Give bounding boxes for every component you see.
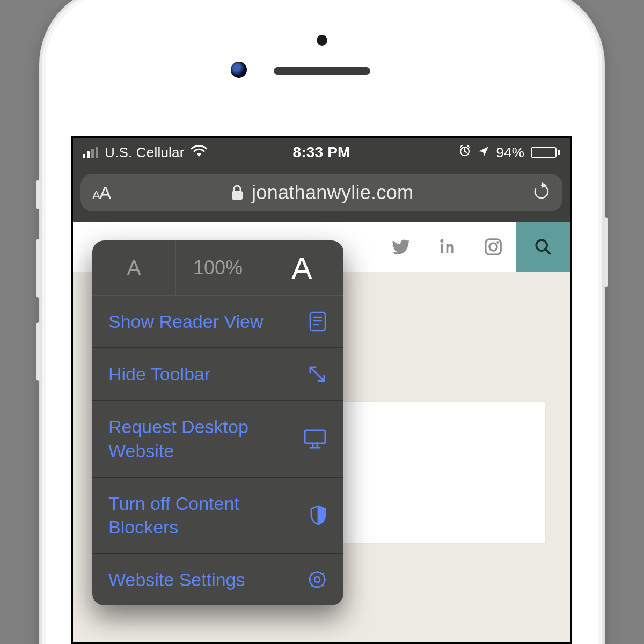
svg-point-3 (489, 243, 497, 251)
zoom-out-button[interactable]: A (92, 240, 176, 295)
website-settings-label: Website Settings (108, 568, 307, 591)
url-bar-container: AA jonathanwylie.com (73, 166, 570, 222)
url-bar[interactable]: AA jonathanwylie.com (80, 174, 562, 211)
expand-icon (307, 364, 327, 384)
zoom-in-label: A (291, 250, 312, 286)
battery-icon (531, 147, 560, 158)
zoom-in-button[interactable]: A (260, 240, 343, 295)
site-search-button[interactable] (516, 222, 570, 272)
reader-view-label: Show Reader View (108, 310, 308, 333)
proximity-sensor (317, 35, 327, 46)
reader-view-item[interactable]: Show Reader View (92, 296, 343, 348)
desktop-icon (303, 428, 327, 450)
instagram-link[interactable] (470, 222, 516, 272)
text-size-popover: A 100% A Show Reader View Hide Toolbar (92, 240, 343, 605)
shield-icon (309, 504, 327, 526)
linkedin-link[interactable] (424, 222, 470, 272)
request-desktop-item[interactable]: Request Desktop Website (92, 401, 343, 477)
volume-down-button (36, 322, 41, 381)
screen: U.S. Cellular 8:33 PM 94% (71, 136, 572, 644)
svg-point-4 (496, 241, 499, 244)
reload-button[interactable] (532, 182, 551, 203)
hide-toolbar-label: Hide Toolbar (108, 362, 307, 386)
zoom-percentage-label: 100% (193, 257, 243, 279)
gear-icon (307, 569, 327, 590)
volume-up-button (36, 239, 41, 298)
svg-point-10 (314, 577, 320, 582)
status-time: 8:33 PM (292, 144, 350, 161)
twitter-link[interactable] (378, 222, 424, 272)
reader-icon (308, 311, 327, 332)
zoom-percentage[interactable]: 100% (176, 240, 260, 295)
request-desktop-label: Request Desktop Website (108, 415, 303, 462)
location-icon (478, 144, 489, 161)
lock-icon (230, 185, 244, 201)
svg-rect-8 (305, 430, 325, 443)
wifi-icon (191, 144, 207, 161)
earpiece-speaker (274, 67, 370, 75)
svg-rect-1 (232, 191, 243, 200)
website-settings-item[interactable]: Website Settings (92, 554, 343, 605)
front-camera (231, 62, 247, 78)
mute-switch (36, 180, 41, 209)
url-host: jonathanwylie.com (252, 181, 413, 204)
battery-percent: 94% (496, 144, 524, 161)
power-button (603, 217, 608, 287)
carrier-label: U.S. Cellular (105, 144, 185, 161)
alarm-icon (458, 144, 471, 161)
text-size-button[interactable]: AA (92, 182, 111, 203)
zoom-out-label: A (127, 256, 141, 280)
content-blockers-item[interactable]: Turn off Content Blockers (92, 478, 343, 554)
cellular-signal-icon (83, 147, 98, 158)
content-blockers-label: Turn off Content Blockers (108, 492, 309, 539)
hide-toolbar-item[interactable]: Hide Toolbar (92, 348, 343, 401)
status-bar: U.S. Cellular 8:33 PM 94% (73, 138, 570, 166)
